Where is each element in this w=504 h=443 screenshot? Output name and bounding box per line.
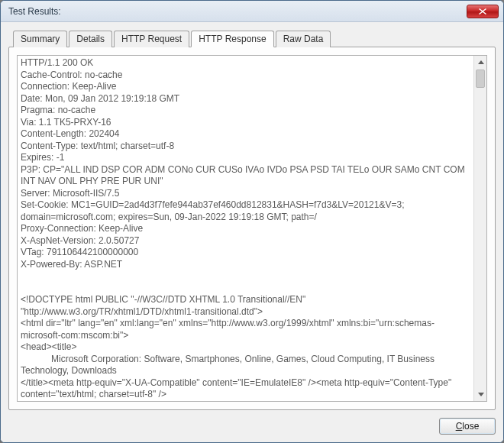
titlebar[interactable]: Test Results:	[1, 1, 503, 22]
close-button[interactable]: Close	[439, 418, 496, 435]
tab-http-response[interactable]: HTTP Response	[191, 31, 273, 47]
window-close-button[interactable]	[467, 5, 499, 18]
chevron-up-icon	[478, 60, 484, 64]
tab-raw-data[interactable]: Raw Data	[276, 31, 331, 47]
dialog-button-row: Close	[8, 410, 496, 436]
tab-panel: HTTP/1.1 200 OK Cache-Control: no-cache …	[8, 47, 496, 410]
response-text-content: HTTP/1.1 200 OK Cache-Control: no-cache …	[21, 57, 473, 399]
chevron-down-icon	[478, 393, 484, 396]
dialog-window: Test Results: Summary Details HTTP Reque…	[0, 0, 504, 443]
tab-summary[interactable]: Summary	[13, 31, 67, 47]
close-icon	[479, 8, 486, 15]
tab-strip: Summary Details HTTP Request HTTP Respon…	[8, 30, 496, 47]
scroll-thumb[interactable]	[476, 70, 485, 88]
scroll-down-button[interactable]	[474, 388, 487, 401]
vertical-scrollbar[interactable]	[473, 56, 486, 401]
tab-http-request[interactable]: HTTP Request	[114, 31, 189, 47]
window-title: Test Results:	[8, 6, 467, 17]
client-area: Summary Details HTTP Request HTTP Respon…	[1, 22, 503, 442]
response-textbox[interactable]: HTTP/1.1 200 OK Cache-Control: no-cache …	[17, 55, 487, 402]
scroll-up-button[interactable]	[474, 56, 487, 69]
tab-details[interactable]: Details	[69, 31, 112, 47]
